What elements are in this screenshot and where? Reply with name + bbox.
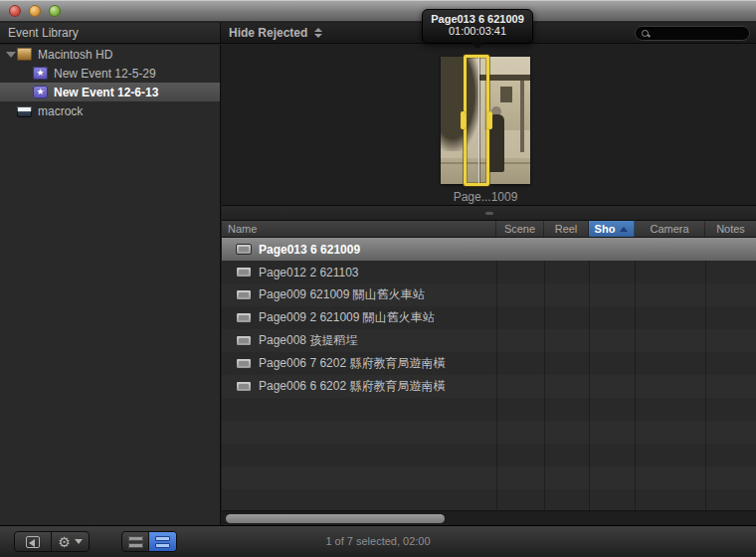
horizontal-scrollbar[interactable]: [222, 510, 756, 525]
table-row[interactable]: Page008 孩提稻埕: [222, 329, 756, 352]
sidebar-item-label: New Event 12-6-13: [54, 86, 158, 99]
column-header-notes[interactable]: Notes: [705, 221, 756, 237]
clip-name: Page006 7 6202 縣府教育局遊南橫: [259, 355, 445, 372]
column-header-label: Scene: [504, 223, 535, 235]
table-row[interactable]: Page013 6 621009: [222, 238, 756, 261]
app-window: Event Library Hide Rejected Macintosh HD…: [0, 0, 756, 557]
column-header-label: Sho: [595, 223, 616, 235]
disclosure-slot: [4, 52, 17, 58]
photo-window: [500, 87, 512, 102]
clip-image-icon: [236, 335, 252, 346]
sidebar-list: Macintosh HD★New Event 12-5-29★New Event…: [0, 45, 220, 120]
clip-image-icon: [236, 289, 252, 300]
photo-post: [520, 81, 524, 152]
title-bar[interactable]: [0, 0, 756, 22]
column-header-camera[interactable]: Camera: [635, 221, 705, 237]
clip-name: Page008 孩提稻埕: [259, 332, 357, 349]
clip-image-icon: [236, 381, 252, 392]
splitter-grip-icon[interactable]: [485, 212, 493, 215]
external-drive-icon: [17, 106, 32, 117]
clip-image-icon: [236, 312, 252, 323]
clip-name: Page006 6 6202 縣府教育局遊南橫: [259, 378, 445, 395]
search-input[interactable]: [654, 28, 743, 40]
search-field[interactable]: [635, 26, 750, 41]
sidebar-item-label: Macintosh HD: [38, 48, 112, 62]
column-header-name[interactable]: Name: [222, 221, 496, 237]
sort-ascending-icon: [620, 227, 628, 232]
zoom-button[interactable]: [49, 5, 61, 17]
filmstrip-area: Page...1009: [222, 45, 756, 205]
column-header-sho[interactable]: Sho: [589, 221, 635, 237]
status-text: 1 of 7 selected, 02:00: [0, 535, 756, 547]
popup-stepper-icon: [314, 28, 322, 38]
bottom-toolbar: ⚙ 1 of 7 selected, 02:00: [0, 525, 756, 557]
sidebar-item-label: macrock: [38, 104, 83, 118]
browser-pane: Page...1009 NameSceneReelShoCameraNotes …: [222, 45, 756, 525]
table-row[interactable]: Page009 621009 關山舊火車站: [222, 283, 756, 306]
table-row[interactable]: Page009 2 621009 關山舊火車站: [222, 306, 756, 329]
clip-name: Page009 2 621009 關山舊火車站: [259, 309, 435, 326]
sidebar: Macintosh HD★New Event 12-5-29★New Event…: [0, 45, 221, 525]
sidebar-item[interactable]: ★New Event 12-6-13: [0, 83, 220, 101]
clip-image-icon: [236, 358, 252, 369]
clip-name: Page012 2 621103: [259, 266, 359, 279]
column-header-label: Notes: [716, 223, 745, 235]
table-row[interactable]: Page006 7 6202 縣府教育局遊南橫: [222, 352, 756, 375]
event-star-icon: ★: [33, 67, 48, 80]
search-icon: [642, 30, 650, 38]
sidebar-item[interactable]: ★New Event 12-5-29: [0, 64, 220, 83]
clip-image-icon: [236, 267, 252, 278]
selection-range[interactable]: [464, 55, 489, 186]
sidebar-item[interactable]: macrock: [0, 101, 220, 120]
tooltip-clip-name: Page013 6 621009: [423, 13, 532, 25]
table-row[interactable]: Page012 2 621103: [222, 261, 756, 283]
column-header-scene[interactable]: Scene: [496, 221, 544, 237]
column-header-reel[interactable]: Reel: [544, 221, 589, 237]
filter-popup[interactable]: Hide Rejected: [229, 23, 322, 43]
sidebar-item-label: New Event 12-5-29: [54, 67, 156, 81]
event-library-title: Event Library: [8, 26, 79, 40]
column-header-label: Reel: [555, 223, 578, 235]
disclosure-triangle-icon[interactable]: [6, 52, 16, 58]
skimmer-playhead: [478, 58, 479, 183]
clip-image-icon: [236, 244, 252, 255]
column-header-label: Name: [228, 223, 257, 235]
pane-splitter[interactable]: [222, 205, 756, 221]
minimize-button[interactable]: [29, 5, 41, 17]
scrollbar-thumb[interactable]: [226, 514, 445, 523]
table-row[interactable]: Page006 6 6202 縣府教育局遊南橫: [222, 375, 756, 398]
range-handle-left[interactable]: [461, 111, 466, 129]
sidebar-item[interactable]: Macintosh HD: [0, 45, 220, 64]
skimmer-tooltip: Page013 6 621009 01:00:03:41: [422, 9, 533, 44]
table-body: Page013 6 621009Page012 2 621103Page009 …: [222, 238, 756, 510]
close-button[interactable]: [9, 5, 21, 17]
clip-name: Page013 6 621009: [259, 243, 360, 257]
clip-thumbnail[interactable]: [441, 57, 530, 184]
table-header: NameSceneReelShoCameraNotes: [222, 221, 756, 238]
clip-label: Page...1009: [396, 190, 575, 204]
range-handle-right[interactable]: [487, 111, 492, 129]
tooltip-timecode: 01:00:03:41: [423, 25, 532, 37]
toolbar: Event Library Hide Rejected: [0, 23, 756, 44]
event-star-icon: ★: [33, 86, 48, 98]
column-header-label: Camera: [650, 223, 688, 235]
clip-name: Page009 621009 關山舊火車站: [259, 286, 425, 303]
filter-popup-label: Hide Rejected: [229, 26, 307, 40]
event-library-header: Event Library: [0, 23, 221, 43]
internal-drive-icon: [17, 48, 32, 61]
